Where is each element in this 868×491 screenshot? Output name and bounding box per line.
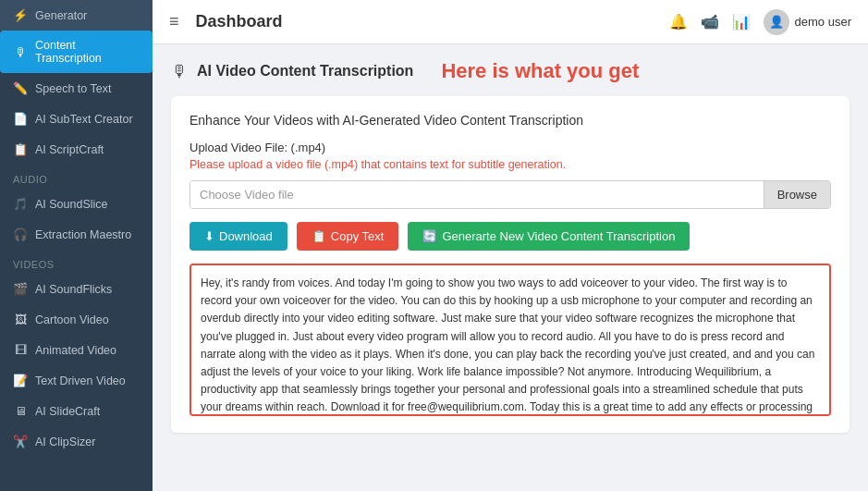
file-placeholder: Choose Video file xyxy=(190,181,764,208)
transcription-box: Hey, it's randy from voices. And today I… xyxy=(189,264,831,416)
audio-section-label: Audio xyxy=(0,165,153,189)
videos-section-label: Videos xyxy=(0,250,153,274)
sidebar-label-content-transcription: Content Transcription xyxy=(35,39,140,65)
sidebar-label-ai-subtext-creator: AI SubText Creator xyxy=(35,113,133,126)
subtext-icon: 📄 xyxy=(13,112,28,126)
sidebar-item-ai-clipsizer[interactable]: ✂️ AI ClipSizer xyxy=(0,426,153,457)
sidebar-label-extraction-maestro: Extraction Maestro xyxy=(35,228,131,241)
user-area[interactable]: 👤 demo user xyxy=(764,9,851,35)
topbar: ≡ Dashboard 🔔 📹 📊 👤 demo user xyxy=(153,0,868,44)
generator-icon: ⚡ xyxy=(13,8,28,22)
sidebar-item-ai-scriptcraft[interactable]: 📋 AI ScriptCraft xyxy=(0,134,153,165)
hamburger-icon[interactable]: ≡ xyxy=(169,12,179,31)
browse-button[interactable]: Browse xyxy=(764,181,830,208)
video-icon[interactable]: 📹 xyxy=(701,13,719,31)
scriptcraft-icon: 📋 xyxy=(13,142,28,156)
maestro-icon: 🎧 xyxy=(13,227,28,241)
sidebar-label-generator: Generator xyxy=(35,9,87,22)
avatar: 👤 xyxy=(764,9,789,35)
sidebar-item-text-driven-video[interactable]: 📝 Text Driven Video xyxy=(0,365,153,396)
sidebar-item-ai-soundslice[interactable]: 🎵 AI SoundSlice xyxy=(0,189,153,219)
speech-icon: ✏️ xyxy=(13,81,28,95)
sidebar-item-ai-subtext-creator[interactable]: 📄 AI SubText Creator xyxy=(0,104,153,134)
card-title: Enhance Your Videos with AI-Generated Vi… xyxy=(189,113,831,128)
file-input-row: Choose Video file Browse xyxy=(189,180,831,209)
sidebar-item-ai-soundflicks[interactable]: 🎬 AI SoundFlicks xyxy=(0,274,153,304)
sidebar-label-animated-video: Animated Video xyxy=(35,344,116,357)
main-card: Enhance Your Videos with AI-Generated Vi… xyxy=(171,96,850,433)
sidebar-label-ai-slidecraft: AI SlideCraft xyxy=(35,405,100,418)
page-header-title: AI Video Content Transcription xyxy=(197,63,413,80)
clipsizer-icon: ✂️ xyxy=(13,435,28,448)
topbar-icons: 🔔 📹 📊 👤 demo user xyxy=(669,9,851,35)
upload-warning: Please upload a video file (.mp4) that c… xyxy=(189,158,831,171)
page-title: Dashboard xyxy=(196,12,660,31)
copy-button[interactable]: 📋 Copy Text xyxy=(297,222,399,251)
user-name: demo user xyxy=(795,15,851,29)
sidebar-item-cartoon-video[interactable]: 🖼 Cartoon Video xyxy=(0,304,153,335)
sidebar-item-animated-video[interactable]: 🎞 Animated Video xyxy=(0,335,153,365)
sidebar-item-ai-slidecraft[interactable]: 🖥 AI SlideCraft xyxy=(0,396,153,426)
action-buttons: ⬇ Download 📋 Copy Text 🔄 Generarte New V… xyxy=(189,222,831,251)
copy-icon: 📋 xyxy=(312,229,326,243)
sidebar-item-generator[interactable]: ⚡ Generator xyxy=(0,0,153,31)
main-area: ≡ Dashboard 🔔 📹 📊 👤 demo user 🎙 AI Video… xyxy=(153,0,868,491)
transcription-icon: 🎙 xyxy=(13,45,28,59)
sidebar-item-speech-to-text[interactable]: ✏️ Speech to Text xyxy=(0,73,153,104)
sidebar-label-ai-soundslice: AI SoundSlice xyxy=(35,198,108,211)
sidebar-label-speech-to-text: Speech to Text xyxy=(35,82,111,95)
generate-button[interactable]: 🔄 Generarte New Video Content Transcript… xyxy=(408,222,690,251)
upload-label: Upload Video File: (.mp4) xyxy=(189,141,831,154)
sidebar-label-cartoon-video: Cartoon Video xyxy=(35,313,109,326)
sidebar-label-ai-clipsizer: AI ClipSizer xyxy=(35,436,95,448)
cartoon-icon: 🖼 xyxy=(13,313,28,326)
bell-icon[interactable]: 🔔 xyxy=(669,13,688,31)
soundflicks-icon: 🎬 xyxy=(13,282,28,296)
sidebar-label-ai-scriptcraft: AI ScriptCraft xyxy=(35,143,104,156)
soundslice-icon: 🎵 xyxy=(13,197,28,211)
slidecraft-icon: 🖥 xyxy=(13,404,28,418)
download-button[interactable]: ⬇ Download xyxy=(189,222,287,251)
generate-icon: 🔄 xyxy=(422,229,437,243)
page-header: 🎙 AI Video Content Transcription Here is… xyxy=(171,59,850,83)
chart-icon[interactable]: 📊 xyxy=(732,13,751,31)
text-driven-icon: 📝 xyxy=(13,374,28,387)
animated-icon: 🎞 xyxy=(13,343,28,357)
sidebar-item-content-transcription[interactable]: 🎙 Content Transcription xyxy=(0,31,153,73)
page-header-icon: 🎙 xyxy=(171,62,188,81)
download-icon: ⬇ xyxy=(204,229,214,243)
sidebar: ⚡ Generator 🎙 Content Transcription ✏️ S… xyxy=(0,0,153,491)
sidebar-item-extraction-maestro[interactable]: 🎧 Extraction Maestro xyxy=(0,219,153,250)
content-area: 🎙 AI Video Content Transcription Here is… xyxy=(153,44,868,491)
page-header-promo: Here is what you get xyxy=(441,59,639,83)
sidebar-label-ai-soundflicks: AI SoundFlicks xyxy=(35,283,112,296)
sidebar-label-text-driven-video: Text Driven Video xyxy=(35,374,126,387)
